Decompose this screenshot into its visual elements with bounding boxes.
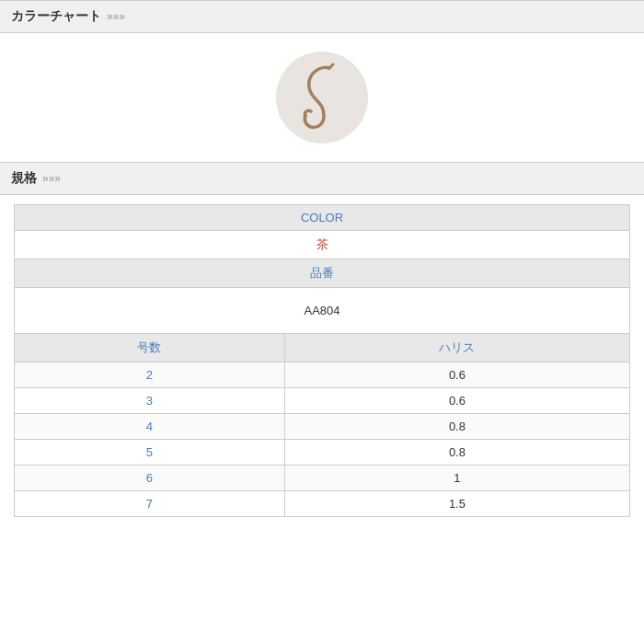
partno-value-cell: AA804 xyxy=(15,288,630,334)
specs-section: 規格 »»» COLOR 茶 品番 AA804 xyxy=(0,162,644,535)
haris-cell: 0.6 xyxy=(284,388,629,414)
table-row: 71.5 xyxy=(15,491,630,517)
haris-cell: 1.5 xyxy=(284,491,629,517)
gono-cell: 5 xyxy=(15,440,285,466)
specs-header: 規格 »»» xyxy=(0,162,644,195)
gono-cell: 4 xyxy=(15,414,285,440)
hook-circle xyxy=(276,52,368,144)
hook-image-area xyxy=(0,33,644,162)
table-row: 20.6 xyxy=(15,362,630,388)
color-value-cell: 茶 xyxy=(15,231,630,259)
color-chart-header: カラーチャート »»» xyxy=(0,0,644,33)
col-header-row: 号数 ハリス xyxy=(15,334,630,362)
table-row: 30.6 xyxy=(15,388,630,414)
hook-icon xyxy=(294,61,350,134)
color-chart-title: カラーチャート xyxy=(11,8,101,25)
haris-cell: 1 xyxy=(284,466,629,491)
haris-cell: 0.8 xyxy=(284,440,629,466)
gono-cell: 3 xyxy=(15,388,285,414)
gono-cell: 7 xyxy=(15,491,285,517)
color-chart-section: カラーチャート »»» xyxy=(0,0,644,162)
partno-header-cell: 品番 xyxy=(15,259,630,288)
table-row: 40.8 xyxy=(15,414,630,440)
table-row: 61 xyxy=(15,466,630,491)
table-row: 50.8 xyxy=(15,440,630,466)
haris-cell: 0.6 xyxy=(284,362,629,388)
table-container: COLOR 茶 品番 AA804 号数 ハリス xyxy=(0,195,644,535)
specs-title: 規格 xyxy=(11,170,37,187)
color-header-cell: COLOR xyxy=(15,205,630,231)
col2-header: ハリス xyxy=(284,334,629,362)
haris-cell: 0.8 xyxy=(284,414,629,440)
specs-chevrons: »»» xyxy=(42,172,61,185)
partno-header-row: 品番 xyxy=(15,259,630,288)
color-value-row: 茶 xyxy=(15,231,630,259)
gono-cell: 6 xyxy=(15,466,285,491)
color-header-row: COLOR xyxy=(15,205,630,231)
color-chart-chevrons: »»» xyxy=(107,10,125,23)
col1-header: 号数 xyxy=(15,334,285,362)
gono-cell: 2 xyxy=(15,362,285,388)
partno-value-row: AA804 xyxy=(15,288,630,334)
spec-table: COLOR 茶 品番 AA804 号数 ハリス xyxy=(14,204,630,517)
